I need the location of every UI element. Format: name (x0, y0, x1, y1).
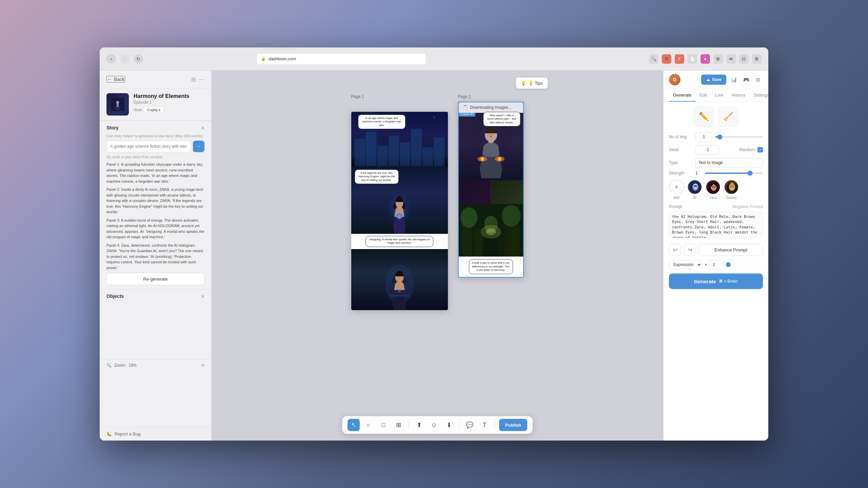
char-ai-img[interactable] (687, 180, 702, 195)
story-panel-4: Panel 4: Zara, determined, confronts the… (106, 243, 204, 270)
strength-fill (705, 172, 751, 174)
browser-refresh-btn[interactable]: ↻ (134, 54, 143, 64)
speech-tool-btn[interactable]: 💬 (463, 419, 476, 431)
neg-prompt-label: Negative Prompt (733, 204, 763, 209)
type-select[interactable]: Text to Image (695, 158, 763, 167)
browser-extensions: 🔍 R ✗ 📄 ♦ ⊞ ≪ ⊡ ⊞ (649, 54, 762, 64)
ext-icon-3[interactable]: ✗ (675, 54, 684, 64)
char-zara-label: Zara (710, 196, 717, 200)
project-style: Style Cophy ▸ (134, 107, 204, 113)
ext-icon-8[interactable]: ⊡ (739, 54, 749, 64)
char-rebels-img[interactable] (724, 180, 739, 195)
select-tool-btn[interactable]: ↖ (348, 419, 360, 431)
svg-point-43 (714, 186, 715, 188)
girl-art-2 (372, 259, 427, 310)
enhance-row: ↩ ↪ Enhance Prompt (669, 244, 763, 256)
objects-header: Objects ∨ (106, 293, 204, 299)
layout-icon[interactable]: ⊟ (191, 76, 196, 83)
grid-tool-btn[interactable]: ⊞ (392, 419, 405, 431)
browser-forward-btn[interactable]: › (120, 54, 130, 64)
generate-shortcut: ⌘ + Enter (719, 279, 738, 284)
expression-count[interactable] (710, 260, 723, 269)
save-button[interactable]: ☁ Save (701, 75, 726, 85)
prompt-textarea[interactable]: the AI Hologram, Old Male, Dark Brown Ey… (669, 211, 763, 238)
circle-tool-btn[interactable]: ○ (362, 419, 375, 431)
publish-button[interactable]: Publish (499, 419, 527, 431)
objects-collapse-icon[interactable]: ∨ (201, 293, 204, 299)
menu-icon[interactable]: ⋯ (199, 76, 204, 83)
game-icon[interactable]: 🎮 (741, 75, 751, 84)
square-tool-btn[interactable]: □ (377, 419, 390, 431)
panel-1-city[interactable]: In an age where magic and machine coexis… (351, 112, 448, 166)
emoji-tool-btn[interactable]: ☺ (428, 419, 440, 431)
tab-edit[interactable]: Edit (695, 89, 711, 102)
page2-label: Page 2 (458, 94, 524, 99)
num-img-label: No of Img: (669, 135, 693, 139)
save-cloud-icon: ☁ (706, 77, 710, 82)
svg-point-34 (486, 228, 496, 235)
add-character-btn[interactable]: + (669, 180, 684, 195)
style-tag[interactable]: Cophy ▸ (144, 107, 164, 113)
ext-icon-1[interactable]: 🔍 (649, 54, 658, 64)
back-button[interactable]: ← Back (106, 76, 125, 83)
ext-icon-5[interactable]: ♦ (701, 54, 710, 64)
random-checkbox[interactable]: ✓ (757, 147, 763, 152)
char-zara-img[interactable] (706, 180, 721, 195)
brush-mode-btn[interactable]: ✏️ (694, 106, 714, 127)
text-tool-btn[interactable]: T (478, 419, 491, 431)
svg-point-47 (733, 186, 734, 187)
building-2 (366, 132, 376, 166)
ext-icon-6[interactable]: ⊞ (713, 54, 723, 64)
story-input[interactable] (106, 141, 191, 152)
seed-input[interactable] (695, 145, 719, 155)
page2-panel-small1[interactable] (459, 180, 491, 204)
panel-3-forest[interactable] (351, 249, 448, 310)
browser-back-btn[interactable]: ‹ (106, 54, 116, 64)
prompt-section: Prompt Negative Prompt the AI Hologram, … (669, 204, 763, 240)
generate-button[interactable]: Generate ⌘ + Enter (669, 273, 763, 289)
ext-icon-7[interactable]: ≪ (726, 54, 736, 64)
tab-history[interactable]: History (727, 89, 749, 102)
num-img-input[interactable] (695, 132, 712, 142)
svg-point-30 (460, 207, 477, 228)
story-input-row: → (106, 141, 204, 152)
ext-icon-9[interactable]: ⊞ (752, 54, 762, 64)
user-avatar[interactable]: D (669, 74, 680, 85)
panel3-text: Intriguing. A mortal who speaks the old … (370, 238, 430, 244)
expression-select[interactable]: Expression (669, 260, 702, 269)
project-info: Harmony of Elements Episode 1 Style Coph… (100, 88, 211, 121)
building-4 (389, 136, 399, 166)
strength-slider[interactable] (705, 172, 763, 174)
ext-icon-4[interactable]: 📄 (688, 54, 697, 64)
download-tool-btn[interactable]: ⬇ (443, 419, 455, 431)
page2-panel-small2[interactable] (491, 180, 523, 204)
url-bar[interactable]: 🔒 dashtoon.com (257, 53, 426, 65)
page2-comic[interactable]: Downloading Images... Why resist? I offe… (458, 102, 524, 278)
tab-settings[interactable]: Settings (749, 89, 768, 102)
rotate-back-btn[interactable]: ↩ (669, 244, 681, 256)
report-bug-button[interactable]: 🐛 Report a Bug (106, 431, 141, 436)
building-1 (355, 139, 365, 166)
sidebar-header-icons: ⊟ ⋯ (191, 76, 204, 83)
rotate-fwd-btn[interactable]: ↪ (684, 244, 696, 256)
erase-mode-btn[interactable]: 🧹 (718, 106, 738, 127)
tab-live[interactable]: Live (711, 89, 728, 102)
download-spinner (463, 105, 468, 110)
collapse-icon[interactable]: ∧ (201, 125, 204, 130)
zoom-add-icon[interactable]: + (201, 362, 204, 368)
story-submit-btn[interactable]: → (193, 141, 204, 152)
ext-icon-2[interactable]: R (662, 54, 671, 64)
enhance-prompt-button[interactable]: Enhance Prompt (699, 244, 763, 256)
chart-icon[interactable]: 📊 (729, 75, 738, 84)
layout-panel-icon[interactable]: ⊟ (753, 75, 763, 84)
page2-panel-street[interactable] (459, 204, 523, 257)
tab-generate[interactable]: Generate (669, 89, 695, 102)
num-img-slider[interactable] (715, 136, 763, 138)
panel-2-girl[interactable]: If the legends are true, this 'Harmony E… (351, 166, 448, 234)
regenerate-button[interactable]: Re-generate (106, 273, 204, 285)
upload-tool-btn[interactable]: ⬆ (413, 419, 425, 431)
tips-button[interactable]: 💡 💡 Tips (516, 77, 548, 89)
panel1-text: In an age where magic and machine coexis… (362, 117, 401, 127)
tab-history-label: History (731, 93, 745, 98)
svg-rect-28 (511, 226, 520, 257)
